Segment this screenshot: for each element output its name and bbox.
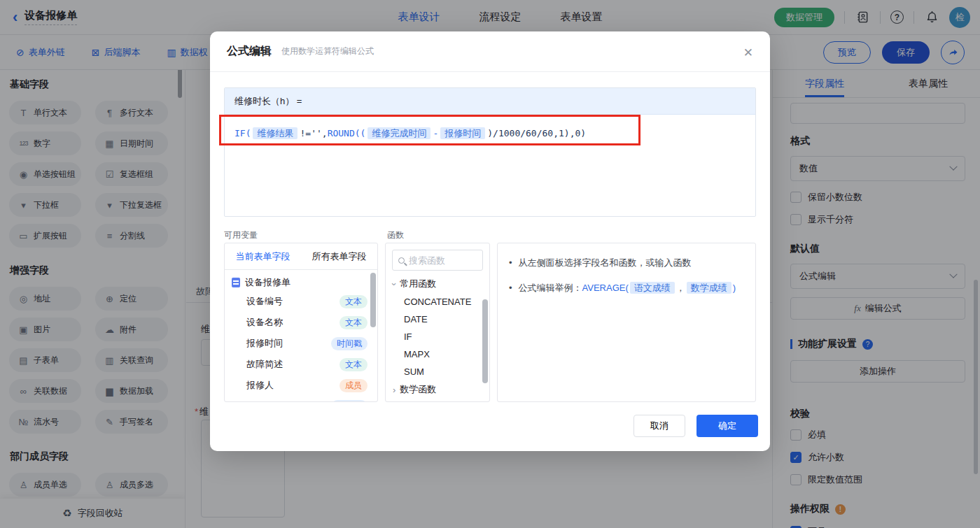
function-item-sum[interactable]: SUM (386, 363, 489, 380)
formula-target-bar: 维修时长（h） = (225, 88, 755, 115)
function-group-common[interactable]: › 常用函数 (386, 275, 489, 293)
type-badge: 文本 (340, 358, 368, 371)
caret-down-icon: › (389, 283, 400, 285)
tab-all-form-fields[interactable]: 所有表单字段 (301, 243, 377, 269)
variable-row[interactable]: 报修时间时间戳 (225, 333, 377, 354)
example-field-chip: 数学成绩 (687, 282, 732, 294)
help-tip-1: • 从左侧面板选择字段名和函数，或输入函数 (509, 256, 744, 270)
caret-right-icon: › (393, 385, 396, 395)
cancel-button[interactable]: 取消 (634, 415, 685, 437)
form-document-icon (232, 278, 240, 287)
type-badge: 成员 (340, 379, 368, 392)
example-field-chip: 语文成绩 (630, 282, 675, 294)
formula-tail: )/1000/60/60,1),0) (487, 128, 586, 138)
function-item-if[interactable]: IF (386, 328, 489, 345)
close-icon[interactable]: ✕ (743, 45, 753, 60)
variable-row[interactable]: 设备名称文本 (225, 312, 377, 333)
variable-row[interactable]: 故障简述文本 (225, 354, 377, 375)
variable-row[interactable]: 设备编号文本 (225, 291, 377, 312)
variables-scrollbar[interactable] (370, 273, 376, 327)
type-badge: 文本 (340, 316, 368, 329)
functions-panel: › 常用函数 CONCATENATE DATE IF MAPX SUM › 数学… (385, 243, 490, 402)
formula-field-chip[interactable]: 维修完成时间 (368, 127, 430, 139)
type-badge: 时间戳 (331, 400, 368, 403)
search-icon (398, 257, 405, 264)
modal-subtitle: 使用数学运算符编辑公式 (281, 45, 374, 57)
functions-scrollbar[interactable] (482, 299, 488, 383)
variable-row[interactable]: 派单时间时间戳 (225, 396, 377, 402)
variables-tree-root[interactable]: 设备报修单 (225, 270, 377, 291)
variable-row[interactable]: 报修人成员 (225, 375, 377, 396)
variables-panel: 当前表单字段 所有表单字段 设备报修单 设备编号文本 设备名称文本 报修时间时间… (224, 243, 378, 402)
functions-label: 函数 (387, 229, 404, 241)
confirm-button[interactable]: 确定 (696, 415, 758, 437)
variables-label: 可用变量 (224, 229, 258, 241)
example-function: AVERAGE( (582, 283, 629, 293)
function-group-math[interactable]: › 数学函数 (386, 380, 489, 399)
formula-help-panel: • 从左侧面板选择字段名和函数，或输入函数 • 公式编辑举例：AVERAGE(语… (497, 243, 756, 402)
formula-operator: !='', (300, 128, 327, 138)
help-tip-2: • 公式编辑举例：AVERAGE(语文成绩，数学成绩) (509, 281, 744, 295)
function-search-input[interactable] (409, 255, 472, 266)
function-search-box[interactable] (392, 250, 483, 271)
formula-editor[interactable]: 维修时长（h） = IF(维修结果!='',ROUND((维修完成时间-报修时间… (224, 87, 756, 217)
formula-function: IF( (234, 128, 251, 138)
function-item-mapx[interactable]: MAPX (386, 345, 489, 363)
function-item-date[interactable]: DATE (386, 311, 489, 328)
type-badge: 文本 (340, 295, 368, 308)
modal-title: 公式编辑 (227, 44, 272, 59)
formula-expression[interactable]: IF(维修结果!='',ROUND((维修完成时间-报修时间)/1000/60/… (225, 115, 755, 152)
type-badge: 时间戳 (331, 337, 368, 350)
formula-field-chip[interactable]: 报修时间 (440, 127, 485, 139)
function-group-text[interactable]: › 文本函数 (386, 399, 489, 402)
tab-current-form-fields[interactable]: 当前表单字段 (225, 243, 301, 269)
formula-field-chip[interactable]: 维修结果 (253, 127, 298, 139)
formula-editor-modal: 公式编辑 使用数学运算符编辑公式 ✕ 维修时长（h） = IF(维修结果!=''… (210, 31, 770, 451)
formula-operator: - (433, 128, 438, 138)
bullet: • (509, 256, 512, 270)
formula-function: ROUND(( (328, 128, 366, 138)
bullet: • (509, 281, 512, 295)
function-item-concatenate[interactable]: CONCATENATE (386, 293, 489, 311)
